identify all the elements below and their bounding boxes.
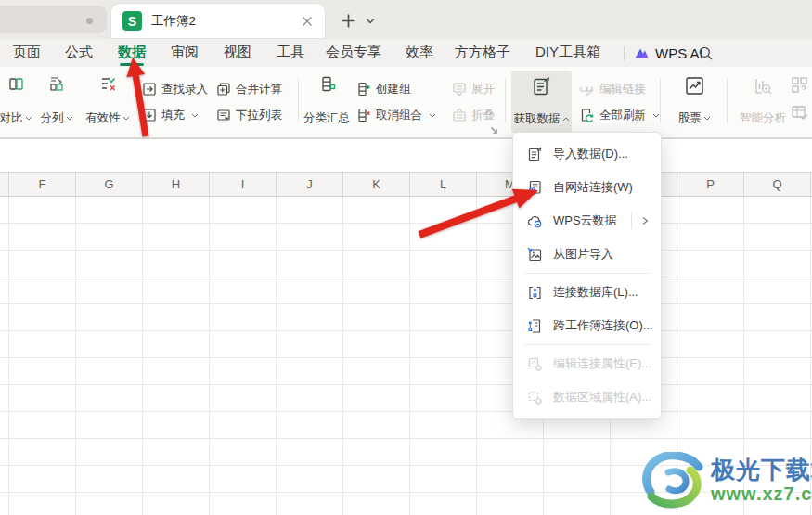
tab-list-chevron-icon[interactable] [362, 12, 379, 29]
refresh-all-icon [579, 108, 595, 123]
group-divider [298, 79, 299, 122]
fill-button[interactable]: 填充 [142, 105, 199, 125]
tab-view[interactable]: 视图 [224, 39, 251, 67]
tab-tools[interactable]: 工具 [277, 39, 304, 67]
new-tab-button[interactable] [336, 8, 360, 32]
menu-item-label: 导入数据(D)... [553, 146, 628, 162]
dropdown-list-label: 下拉列表 [236, 108, 282, 123]
ungroup-label: 取消组合 [376, 108, 422, 123]
stock-icon [684, 75, 705, 97]
wps-spreadsheet-window: S 工作簿2 页面 公式 数据 审阅 视图 工具 会员专享 效率 方方格子 DI… [0, 0, 812, 515]
close-tab-icon[interactable] [299, 13, 316, 30]
fill-icon [142, 108, 157, 122]
menu-separator [524, 273, 650, 274]
watermark-site-name: 极光下载站 [711, 457, 812, 483]
menu-item-wps-cloud-data[interactable]: WPS云数据 [513, 204, 661, 238]
menu-item-import-from-image[interactable]: 从图片导入 [513, 238, 661, 271]
tab-efficiency[interactable]: 效率 [406, 39, 433, 67]
tab-page[interactable]: 页面 [13, 39, 41, 67]
menu-item-from-website[interactable]: 自网站连接(W) [513, 171, 661, 204]
edit-links-label: 编辑链接 [599, 82, 646, 97]
menu-item-label: WPS云数据 [553, 212, 617, 229]
watermark: 极光下载站 www.xz7.com [640, 452, 812, 509]
document-tab[interactable]: S 工作簿2 [111, 4, 325, 38]
chevron-up-icon [562, 117, 570, 122]
consolidate-button[interactable]: 合并计算 [216, 79, 282, 99]
edit-links-icon [579, 82, 595, 97]
ribbon-toolbar: 对比 分列 有效性 查找录入 填充 合并计算 下拉列表 [0, 67, 812, 138]
get-data-label: 获取数据 [514, 111, 561, 127]
column-header[interactable]: P [677, 173, 744, 196]
refresh-all-button[interactable]: 全部刷新 [579, 105, 660, 125]
window-tab-bar: S 工作簿2 [0, 0, 812, 39]
column-header[interactable]: I [210, 173, 277, 196]
get-data-dropdown-menu: 导入数据(D)... 自网站连接(W) WPS云数据 从图片导入 连接数据库(L… [512, 132, 662, 419]
wps-ai-label: WPS AI [655, 45, 703, 61]
grid-question-icon [791, 76, 808, 94]
chevron-down-icon [429, 113, 436, 118]
expand-label: 展开 [471, 82, 495, 97]
menu-item-label: 连接数据库(L)... [553, 284, 638, 301]
expand-icon [452, 82, 467, 97]
subtotal-button[interactable]: 分类汇总 [303, 72, 351, 130]
ribbon-tab-bar: 页面 公式 数据 审阅 视图 工具 会员专享 效率 方方格子 DIY工具箱 WP… [0, 39, 812, 67]
column-header[interactable]: J [277, 173, 343, 196]
menu-item-label: 跨工作簿连接(O)... [553, 317, 653, 334]
refresh-all-label: 全部刷新 [599, 108, 646, 123]
text-to-columns-button[interactable]: 分列 [32, 72, 82, 130]
stock-button[interactable]: 股票 [669, 72, 719, 130]
dropdown-list-button[interactable]: 下拉列表 [216, 105, 282, 125]
column-header[interactable]: K [343, 173, 410, 196]
database-connect-icon [527, 285, 543, 301]
tab-formulas[interactable]: 公式 [65, 39, 93, 67]
find-entry-button[interactable]: 查找录入 [142, 79, 208, 99]
submenu-divider [631, 212, 632, 229]
home-tab-dot-icon [86, 18, 93, 24]
reject-duplicates-button [791, 104, 808, 125]
watermark-site-url: www.xz7.com [711, 483, 812, 505]
tab-diy-toolbox[interactable]: DIY工具箱 [535, 39, 600, 67]
wps-ai-button[interactable]: WPS AI [634, 39, 703, 67]
ungroup-button[interactable]: 取消组合 [356, 105, 436, 125]
smart-analysis-icon [753, 75, 774, 97]
get-data-button[interactable]: 获取数据 [511, 71, 572, 133]
column-header[interactable]: G [76, 173, 143, 196]
tab-data[interactable]: 数据 [118, 39, 146, 67]
menubar-divider [624, 46, 625, 60]
menu-item-import-data[interactable]: 导入数据(D)... [513, 137, 661, 171]
tab-member[interactable]: 会员专享 [326, 39, 381, 67]
find-entry-label: 查找录入 [161, 82, 208, 97]
chevron-down-icon [703, 116, 711, 121]
data-validation-button[interactable]: 有效性 [80, 72, 135, 130]
menu-item-connect-database[interactable]: 连接数据库(L)... [513, 276, 661, 309]
chevron-down-icon [652, 113, 660, 118]
website-connect-icon [527, 180, 543, 196]
edit-connection-properties-icon [527, 356, 543, 372]
dialog-launcher-icon[interactable] [489, 122, 499, 133]
collapse-icon [452, 108, 467, 122]
text-to-columns-icon [48, 75, 66, 93]
data-compare-icon [7, 75, 25, 93]
column-header[interactable]: Q [744, 173, 811, 196]
data-validation-icon [99, 75, 117, 93]
tab-fangge[interactable]: 方方格子 [455, 39, 510, 67]
edit-links-button: 编辑链接 [579, 79, 646, 99]
column-header[interactable]: H [143, 173, 210, 196]
search-icon[interactable] [698, 45, 714, 61]
menu-item-label: 数据区域属性(A)... [553, 389, 651, 406]
menu-item-cross-workbook[interactable]: 跨工作簿连接(O)... [513, 309, 661, 342]
column-header[interactable]: L [410, 173, 477, 196]
create-group-button[interactable]: 创建组 [356, 79, 411, 99]
consolidate-label: 合并计算 [236, 82, 282, 97]
find-entry-icon [142, 82, 157, 97]
group-divider [660, 79, 661, 122]
subtotal-label: 分类汇总 [303, 110, 350, 126]
column-header[interactable]: F [9, 173, 76, 196]
formula-bar-area[interactable] [0, 138, 812, 173]
column-header-row: F G H I J K L M N O P Q [0, 173, 812, 197]
tab-review[interactable]: 审阅 [171, 39, 199, 67]
menu-item-label: 编辑连接属性(E)... [553, 355, 651, 372]
chevron-down-icon [66, 116, 73, 121]
image-import-icon [527, 247, 543, 263]
column-header-stub[interactable] [0, 173, 9, 196]
